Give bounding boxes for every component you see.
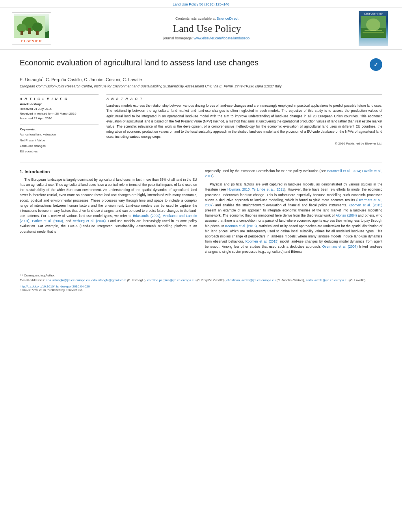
corresponding-label: * Corresponding Author. (22, 274, 55, 277)
svg-rect-4 (20, 31, 23, 35)
footnote-emails: E-mail addresses: eda.ustaoglu@jrc.ec.eu… (20, 278, 382, 283)
svg-point-9 (366, 19, 380, 31)
section1-number: 1. (20, 169, 23, 174)
keywords-title: Keywords: (20, 128, 99, 131)
cite-alonso[interactable]: Alonso (1964) (336, 213, 357, 217)
elsevier-logo-inner: ELSEVIER (12, 12, 51, 45)
abstract-copyright: © 2016 Published by Elsevier Ltd. (106, 142, 382, 145)
section1-title-text: Introduction (24, 169, 50, 174)
elsevier-logo-image (14, 14, 49, 38)
cite-briassoulis[interactable]: Briassoulis (2000) (133, 214, 160, 218)
history-title: Article history: (20, 102, 99, 106)
email-ustaoglu-jrc[interactable]: eda.ustaoglu@jrc.ec.europa.eu (46, 278, 89, 282)
elsevier-brand-text: ELSEVIER (21, 39, 42, 43)
cite-koomen3[interactable]: Koomen et al. (2015) (246, 239, 279, 243)
cover-image-area (361, 16, 386, 38)
intro-para-3: Physical and political factors are well … (205, 182, 382, 254)
journal-cover: Land Use Policy (359, 11, 390, 46)
cover-title-text: Land Use Policy (364, 13, 382, 15)
homepage-url[interactable]: www.elsevier.com/locate/landusepol (194, 36, 251, 40)
article-footer: * * Corresponding Author. E-mail address… (0, 270, 402, 295)
keyword-1: Agricultural land valuation (20, 132, 99, 137)
svg-point-5 (32, 22, 43, 32)
cite-telinde[interactable]: Te Linde et al., 2011 (252, 187, 284, 191)
svg-point-3 (17, 24, 26, 32)
issn-text: 0264-8377/© 2016 Published by Elsevier L… (20, 288, 382, 292)
affiliation: European Commission-Joint Research Centr… (20, 84, 382, 89)
svg-rect-11 (363, 32, 384, 33)
intro-para-2: repeatedly used by the European Commissi… (205, 169, 382, 179)
intro-para-1: The European landscape is largely domina… (20, 177, 197, 234)
article-info-title: A R T I C L E I N F O (20, 97, 99, 101)
article-info-column: A R T I C L E I N F O Article history: R… (20, 94, 99, 155)
doi-link[interactable]: http://dx.doi.org/10.1016/j.landusepol.2… (20, 285, 382, 288)
cite-hoyman[interactable]: Hoyman, 2010 (227, 187, 250, 191)
authors-text: E. Ustaoglu*, C. Perpiña Castillo, C. Ja… (20, 77, 142, 82)
svg-rect-6 (36, 31, 39, 35)
cite-verburg[interactable]: Verburg et al. (2004) (73, 219, 106, 223)
cite-baranzelli[interactable]: Baranzelli et al., 2014 (327, 169, 360, 173)
authors-line: E. Ustaoglu*, C. Perpiña Castillo, C. Ja… (20, 76, 382, 82)
abstract-text: Land-use models express the relationship… (106, 103, 382, 139)
main-content: 1. Introduction The European landscape i… (20, 169, 382, 258)
footnote-corresponding: * * Corresponding Author. (20, 273, 382, 278)
homepage-label: journal homepage: (163, 36, 193, 40)
elsevier-logo: ELSEVIER (12, 12, 55, 45)
journal-cover-image: Land Use Policy (359, 11, 388, 46)
article-title-section: Economic evaluation of agricultural land… (20, 57, 382, 73)
keywords-list: Agricultural land valuation Net Present … (20, 132, 99, 155)
svg-rect-2 (28, 28, 31, 34)
footnote-star: * (20, 274, 21, 277)
sciencedirect-link[interactable]: ScienceDirect (217, 17, 239, 20)
header-center: Contents lists available at ScienceDirec… (63, 17, 351, 40)
contents-available-line: Contents lists available at ScienceDirec… (63, 17, 351, 20)
info-divider (20, 124, 99, 124)
page-wrapper: Land Use Policy 56 (2016) 125–146 (0, 0, 402, 532)
header-middle: ELSEVIER Contents lists available at Sci… (0, 7, 402, 50)
email-lavalle[interactable]: carlo.lavalle@jrc.ec.europa.eu (306, 278, 348, 282)
article-area: Economic evaluation of agricultural land… (0, 50, 402, 266)
abstract-column: A B S T R A C T Land-use models express … (106, 94, 382, 155)
svg-rect-10 (365, 30, 382, 31)
accepted-date: Accepted 23 April 2016 (20, 116, 99, 121)
crossmark-icon: ✓ (374, 61, 378, 68)
keyword-3: Land-use changes (20, 143, 99, 149)
contents-text: Contents lists available at (175, 17, 216, 20)
keyword-2: Net Present Value (20, 138, 99, 143)
abstract-title: A B S T R A C T (106, 97, 382, 101)
section1-title: 1. Introduction (20, 169, 197, 174)
revised-date: Received in revised form 28 March 2016 (20, 111, 99, 116)
header-top: Land Use Policy 56 (2016) 125–146 (0, 0, 402, 7)
right-column: repeatedly used by the European Commissi… (205, 169, 382, 258)
email-label: E-mail addresses: (20, 278, 45, 282)
email-jacobs[interactable]: christiaan.jacobs@jrc.ec.europa.eu (226, 278, 275, 282)
content-divider (20, 163, 382, 163)
received-date: Received 21 July 2015 (20, 107, 99, 111)
email-perpina[interactable]: carolina.perpina@jrc.ec.europa.eu (147, 278, 195, 282)
cite-koomen1[interactable]: Koomen et al. (2015) (349, 203, 382, 207)
cite-parker[interactable]: Parker et al. (2003) (32, 219, 63, 223)
journal-homepage: journal homepage: www.elsevier.com/locat… (63, 36, 351, 40)
journal-ref: Land Use Policy 56 (2016) 125–146 (173, 2, 229, 6)
crossmark-badge: ✓ (370, 58, 382, 71)
keyword-4: EU countries (20, 149, 99, 154)
email-ustaoglu-gmail[interactable]: edaustaoglu@gmail.com (91, 278, 126, 282)
left-column: 1. Introduction The European landscape i… (20, 169, 197, 258)
cite-overmars2[interactable]: Overmars et al. (2007) (322, 245, 358, 248)
article-title: Economic evaluation of agricultural land… (20, 57, 365, 68)
cite-koomen2[interactable]: Koomen et al. (2015) (225, 224, 257, 228)
article-info-abstract: A R T I C L E I N F O Article history: R… (20, 94, 382, 155)
corresponding-sup: * (42, 76, 43, 80)
journal-title: Land Use Policy (63, 23, 351, 35)
